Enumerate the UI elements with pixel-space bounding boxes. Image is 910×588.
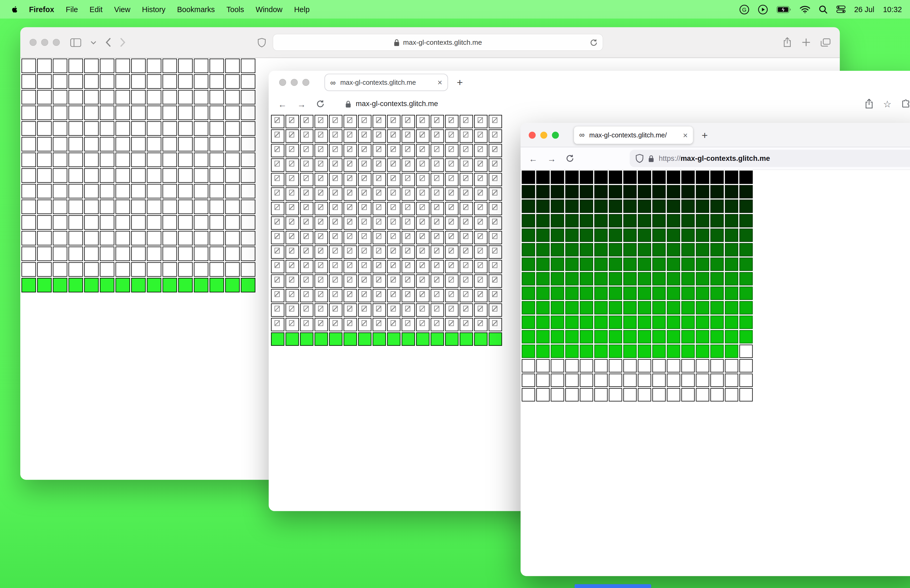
grid-cell — [725, 228, 738, 242]
lock-icon[interactable] — [648, 155, 654, 162]
back-icon[interactable] — [105, 38, 111, 47]
minimize-window-button[interactable] — [540, 131, 547, 138]
lock-icon[interactable] — [345, 100, 351, 108]
broken-image-icon — [492, 233, 498, 239]
menu-edit[interactable]: Edit — [84, 5, 108, 14]
grid-cell — [402, 115, 415, 128]
control-center-icon[interactable] — [836, 5, 845, 14]
close-window-button[interactable] — [29, 39, 36, 46]
menu-bookmarks[interactable]: Bookmarks — [171, 5, 220, 14]
grid-cell — [271, 129, 284, 143]
lock-icon — [394, 39, 399, 46]
privacy-shield-icon[interactable] — [257, 37, 266, 47]
grammarly-icon[interactable]: G — [739, 5, 749, 14]
dock-peek-window[interactable] — [575, 584, 651, 588]
broken-image-icon — [478, 117, 483, 123]
grid-cell — [489, 144, 502, 157]
grid-cell — [402, 231, 415, 244]
grid-cell — [667, 388, 680, 402]
broken-image-icon — [434, 219, 440, 225]
back-icon[interactable]: ← — [278, 100, 287, 108]
reload-icon[interactable] — [316, 100, 324, 108]
broken-image-icon — [449, 204, 454, 210]
forward-icon[interactable]: → — [547, 154, 556, 163]
firefox-address-bar[interactable]: https://max-gl-contexts.glitch.me — [630, 150, 910, 167]
grid-cell — [373, 187, 386, 201]
zoom-window-button[interactable] — [302, 79, 309, 86]
broken-image-icon — [478, 190, 483, 195]
menu-help[interactable]: Help — [288, 5, 315, 14]
share-icon[interactable] — [783, 37, 792, 48]
forward-icon[interactable] — [120, 38, 125, 47]
menu-history[interactable]: History — [136, 5, 171, 14]
wifi-icon[interactable] — [800, 5, 810, 13]
menu-window[interactable]: Window — [250, 5, 288, 14]
new-tab-icon[interactable] — [802, 38, 810, 46]
new-tab-button[interactable]: + — [702, 130, 708, 140]
new-tab-button[interactable]: + — [457, 77, 463, 88]
menu-tools[interactable]: Tools — [221, 5, 250, 14]
close-tab-icon[interactable]: × — [683, 131, 688, 139]
grid-cell — [84, 137, 99, 151]
grid-cell — [194, 90, 208, 105]
chrome-active-tab[interactable]: ∞ max-gl-contexts.glitch.me × — [324, 74, 448, 91]
extensions-puzzle-icon[interactable] — [901, 99, 910, 108]
grid-cell — [358, 144, 372, 157]
grid-cell — [460, 318, 473, 331]
menubar-app-name[interactable]: Firefox — [23, 5, 60, 14]
grid-cell — [84, 278, 99, 292]
battery-charging-icon[interactable] — [776, 5, 791, 13]
apple-menu[interactable] — [8, 5, 23, 14]
broken-image-icon — [492, 262, 498, 268]
tracking-protection-shield-icon[interactable] — [635, 154, 643, 163]
chrome-address-bar[interactable]: max-gl-contexts.glitch.me — [356, 100, 438, 108]
reload-icon[interactable] — [590, 39, 598, 46]
chrome-toolbar-right: ☆ — [865, 99, 910, 110]
close-window-button[interactable] — [529, 131, 535, 138]
broken-image-icon — [449, 262, 454, 268]
grid-cell — [489, 173, 502, 186]
close-window-button[interactable] — [279, 79, 286, 86]
broken-image-icon — [405, 219, 410, 225]
bookmark-star-icon[interactable]: ☆ — [883, 99, 892, 110]
infinity-favicon: ∞ — [330, 79, 335, 86]
grid-cell — [430, 304, 444, 317]
grid-cell — [609, 373, 622, 387]
broken-image-icon — [420, 277, 425, 283]
broken-image-icon — [420, 320, 425, 326]
grid-cell — [373, 129, 386, 143]
minimize-window-button[interactable] — [41, 39, 48, 46]
menu-file[interactable]: File — [60, 5, 84, 14]
reload-icon[interactable] — [566, 154, 574, 162]
grid-cell — [53, 184, 68, 199]
broken-image-icon — [434, 320, 440, 326]
firefox-tab-bar: ∞ max-gl-contexts.glitch.me/ × + — [520, 123, 910, 147]
chevron-down-icon[interactable] — [91, 40, 96, 44]
minimize-window-button[interactable] — [291, 79, 297, 86]
zoom-window-button[interactable] — [53, 39, 60, 46]
close-tab-icon[interactable]: × — [437, 78, 442, 87]
safari-address-bar[interactable]: max-gl-contexts.glitch.me — [273, 34, 603, 50]
sidebar-toggle-icon[interactable] — [70, 38, 81, 47]
grid-cell — [285, 144, 299, 157]
grid-cell — [116, 200, 130, 214]
grid-cell — [522, 258, 535, 271]
zoom-window-button[interactable] — [552, 131, 559, 138]
play-circle-icon[interactable] — [758, 5, 768, 14]
grid-cell — [37, 121, 52, 136]
grid-cell — [710, 258, 724, 271]
forward-icon[interactable]: → — [297, 100, 306, 108]
back-icon[interactable]: ← — [529, 154, 537, 163]
spotlight-search-icon[interactable] — [819, 5, 827, 14]
firefox-active-tab[interactable]: ∞ max-gl-contexts.glitch.me/ × — [574, 126, 693, 144]
grid-cell — [131, 59, 145, 73]
menubar-date[interactable]: 26 Jul — [854, 5, 874, 14]
menu-view[interactable]: View — [108, 5, 136, 14]
broken-image-icon — [304, 117, 309, 123]
grid-cell — [537, 185, 550, 199]
share-icon[interactable] — [865, 99, 873, 109]
menubar-clock[interactable]: 10:32 — [883, 5, 902, 14]
grid-cell — [147, 59, 162, 73]
tab-overview-icon[interactable] — [821, 38, 831, 47]
broken-image-icon — [376, 190, 381, 195]
